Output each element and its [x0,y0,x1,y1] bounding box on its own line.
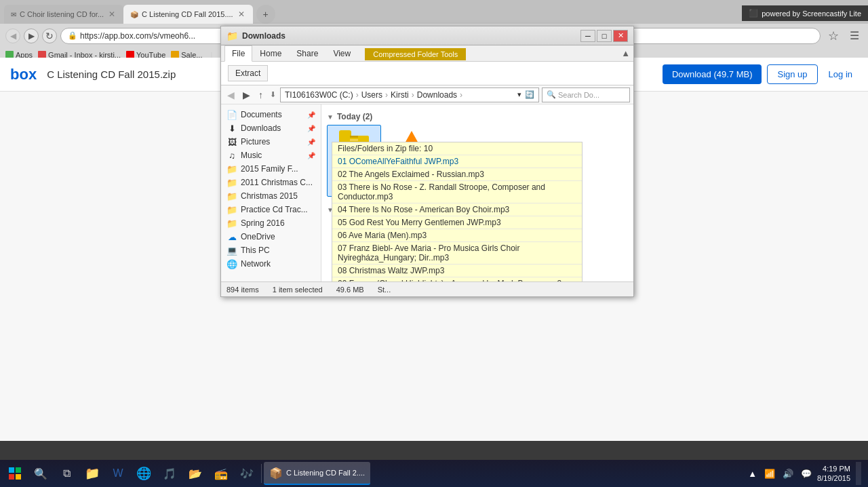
folder-icon-1: 📁 [226,163,237,174]
taskbar-pin-taskview[interactable]: ⧉ [54,462,79,485]
browser-tab-1[interactable]: ✉ C Choir listening CD for... ✕ [4,5,123,24]
radio-taskbar-icon: 📻 [214,467,228,480]
music-icon: ♫ [226,150,237,161]
sidebar-item-pictures[interactable]: 🖼 Pictures 📌 [221,135,321,149]
explorer-main: ▼ Today (2) [321,104,633,281]
refresh-button[interactable]: ↻ [42,28,57,43]
ribbon-special-tab[interactable]: Compressed Folder Tools [365,48,466,60]
sidebar-item-network[interactable]: 🌐 Network [221,257,321,271]
tray-time[interactable]: 4:19 PM 8/19/2015 [817,464,850,484]
sidebar-item-downloads[interactable]: ⬇ Downloads 📌 [221,121,321,135]
status-extra: St... [378,286,391,294]
explorer-title: Downloads [242,31,579,41]
tray-notification[interactable]: 💬 [799,467,814,480]
sidebar-item-practicecd[interactable]: 📁 Practice Cd Trac... [221,203,321,216]
breadcrumb-dropdown[interactable]: ▾ [517,90,521,99]
minimize-button[interactable]: ─ [580,30,595,42]
ribbon-extract-button[interactable]: Extract [228,65,268,81]
address-text: https://app.box.com/s/vmeoh6... [80,31,195,41]
box-filename: C Listening CD Fall 2015.zip [47,69,176,80]
folder-taskbar-icon: 📁 [85,466,100,481]
folder-icon-5: 📁 [226,218,237,229]
tab2-close[interactable]: ✕ [237,9,246,19]
tray-network-icon[interactable]: 📶 [762,467,777,480]
network-icon: 🌐 [226,258,237,269]
browser-tab-2[interactable]: 📦 C Listening CD Fall 2015.... ✕ [123,5,253,24]
ribbon-collapse-icon[interactable]: ▲ [621,48,630,58]
breadcrumb-item-2: Users [361,90,382,100]
status-selected: 1 item selected [273,286,323,294]
word-taskbar-icon: W [113,467,123,480]
exp-location-icon: ⬇ [270,90,276,99]
explorer-title-icon: 📁 [226,31,238,41]
taskbar-pin-files[interactable]: 📂 [183,462,208,485]
preview-row-0: Files/Folders in Zip file: 10 [332,142,582,155]
menu-button[interactable]: ☰ [846,28,863,43]
preview-row-8: 08 Christmas Waltz JWP.mp3 [332,265,582,277]
folder-icon-2: 📁 [226,177,237,188]
preview-row-3: 03 There is No Rose - Z. Randall Stroope… [332,181,582,203]
sidebar-item-2011christmas[interactable]: 📁 2011 Christmas C... [221,176,321,189]
breadcrumb-refresh[interactable]: 🔄 [525,90,534,99]
box-logo[interactable]: box [10,66,37,83]
close-button[interactable]: ✕ [613,30,628,42]
pictures-icon: 🖼 [226,136,237,147]
svg-rect-1 [16,467,21,473]
today-header: ▼ Today (2) [327,110,628,125]
taskbar-pin-search[interactable]: 🔍 [28,462,53,485]
tray-volume-icon[interactable]: 🔊 [781,467,795,480]
signup-button[interactable]: Sign up [767,64,817,84]
exp-back-button[interactable]: ◀ [224,88,237,102]
forward-button[interactable]: ▶ [24,28,39,43]
back-button[interactable]: ◀ [5,28,20,43]
tray-expand[interactable]: ▲ [746,467,759,480]
ribbon-tab-home[interactable]: Home [252,45,289,61]
sidebar-item-christmas2015[interactable]: 📁 Christmas 2015 [221,189,321,203]
pin-icon-4: 📌 [307,152,315,159]
search-bar[interactable]: 🔍 Search Do... [542,87,630,102]
maximize-button[interactable]: □ [597,30,612,42]
sidebar-item-spring2016[interactable]: 📁 Spring 2016 [221,216,321,230]
status-size: 49.6 MB [336,286,364,294]
taskbar-pin-folder[interactable]: 📁 [80,462,104,485]
taskbar-pin-itunes[interactable]: 🎶 [235,462,259,485]
explorer-window: 📁 Downloads ─ □ ✕ File Home Share View C… [220,26,634,297]
taskbar-task-folder-icon: 📦 [269,467,283,480]
login-button[interactable]: Log in [823,65,858,83]
preview-row-2: 02 The Angels Exclaimed - Russian.mp3 [332,168,582,181]
preview-row-6: 06 Ave Maria (Men).mp3 [332,229,582,242]
taskbar: 🔍 ⧉ 📁 W 🌐 🎵 📂 📻 🎶 [0,460,868,487]
download-button[interactable]: Download (49.7 MB) [663,64,762,84]
ribbon-tab-share[interactable]: Share [289,45,326,61]
ribbon-tab-file[interactable]: File [224,45,252,62]
exp-up-button[interactable]: ↑ [256,88,266,102]
chrome-taskbar-icon: 🌐 [136,466,151,481]
screencastify-icon: ⬛ [749,9,758,18]
taskbar-task-explorer[interactable]: 📦 C Listening CD Fall 2.... [264,462,370,485]
ribbon-tab-view[interactable]: View [326,45,358,61]
sidebar-item-documents[interactable]: 📄 Documents 📌 [221,108,321,121]
box-actions: Download (49.7 MB) Sign up Log in [663,64,858,84]
sidebar-item-music[interactable]: ♫ Music 📌 [221,149,321,162]
sidebar-item-onedrive[interactable]: ☁ OneDrive [221,230,321,244]
taskbar-pin-word[interactable]: W [106,462,130,485]
tab1-close[interactable]: ✕ [107,9,117,19]
show-desktop-button[interactable] [856,462,861,485]
svg-rect-2 [9,474,14,480]
preview-row-1: 01 OComeAllYeFaithful JWP.mp3 [332,155,582,168]
taskbar-pin-chrome[interactable]: 🌐 [132,462,156,485]
start-button[interactable] [3,462,26,485]
folder-icon-4: 📁 [226,204,237,215]
breadcrumb-bar[interactable]: TI106163W0C (C:) › Users › Kirsti › Down… [280,87,539,102]
today-toggle[interactable]: ▼ [327,113,334,121]
new-tab-button[interactable]: + [256,5,275,24]
exp-forward-button[interactable]: ▶ [240,88,253,102]
sidebar-item-2015family[interactable]: 📁 2015 Family F... [221,162,321,176]
preview-row-7: 07 Franz Biebl- Ave Maria - Pro Musica G… [332,242,582,265]
sidebar-item-thispc[interactable]: 💻 This PC [221,244,321,257]
tab2-favicon: 📦 [130,11,138,18]
taskbar-pin-music[interactable]: 🎵 [157,462,182,485]
bookmark-star[interactable]: ☆ [824,27,843,45]
thispc-icon: 💻 [226,245,237,256]
taskbar-pin-radio[interactable]: 📻 [209,462,233,485]
